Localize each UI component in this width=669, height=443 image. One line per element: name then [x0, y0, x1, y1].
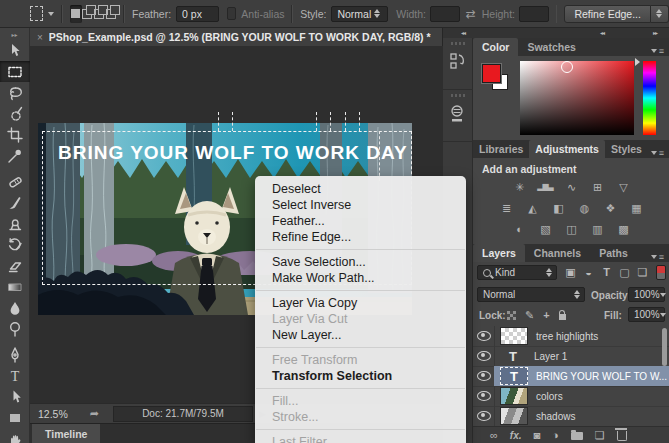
adjustment-layer-icon[interactable]: ◑: [552, 427, 559, 443]
layer-row-colors[interactable]: colors: [473, 386, 669, 407]
tool-preset-caret[interactable]: [48, 12, 54, 16]
tab-libraries[interactable]: Libraries: [473, 140, 529, 158]
layer-effects-icon[interactable]: fx.: [510, 427, 522, 443]
lock-transparent-pixels-icon[interactable]: [507, 311, 516, 320]
pen-tool[interactable]: [0, 344, 30, 365]
menu-item-transform-selection[interactable]: Transform Selection: [255, 368, 466, 384]
anti-alias-checkbox[interactable]: [227, 7, 236, 20]
visibility-cell[interactable]: [473, 386, 495, 406]
tab-styles[interactable]: Styles: [605, 140, 648, 158]
exposure-icon[interactable]: ⊞: [589, 180, 605, 194]
lock-all-icon[interactable]: [559, 314, 566, 320]
layers-panel-menu-icon[interactable]: ≡: [651, 252, 669, 262]
quick-selection-tool[interactable]: [0, 103, 30, 124]
tab-layers[interactable]: Layers: [473, 244, 525, 262]
black-and-white-icon[interactable]: ◧: [550, 201, 566, 215]
document-info-field[interactable]: Doc: 21.7M/79.5M: [113, 406, 253, 422]
dodge-tool[interactable]: [0, 318, 30, 339]
color-saturation-field[interactable]: [520, 61, 634, 135]
layer-thumbnail[interactable]: T: [500, 367, 528, 385]
fill-dropdown[interactable]: 100%: [628, 307, 665, 322]
visibility-cell[interactable]: [473, 366, 495, 386]
icon-dock-collapse-icon[interactable]: ◂◂: [461, 29, 465, 36]
rectangle-shape-tool[interactable]: [0, 407, 30, 428]
eraser-tool[interactable]: [0, 255, 30, 276]
color-balance-icon[interactable]: ◭: [524, 201, 540, 215]
menu-item-layer-via-copy[interactable]: Layer Via Copy: [255, 295, 466, 311]
layer-thumbnail[interactable]: [500, 327, 528, 345]
menu-item-select-inverse[interactable]: Select Inverse: [255, 197, 466, 213]
layer-row-shadows[interactable]: shadows: [473, 406, 669, 427]
layer-row-tree-highlights[interactable]: tree highlights: [473, 326, 669, 347]
swap-dimensions-icon[interactable]: ⇄: [466, 7, 476, 21]
menu-item-save-selection[interactable]: Save Selection...: [255, 254, 466, 270]
menu-item-deselect[interactable]: Deselect: [255, 181, 466, 197]
document-tab[interactable]: × PShop_Example.psd @ 12.5% (BRING YOUR …: [30, 28, 443, 46]
tab-timeline[interactable]: Timeline: [32, 424, 100, 443]
crop-tool[interactable]: [0, 124, 30, 145]
properties-panel-button[interactable]: [443, 90, 473, 142]
refine-edge-button[interactable]: Refine Edge...: [564, 5, 651, 23]
hue-spectrum-slider[interactable]: [643, 61, 656, 135]
visibility-cell[interactable]: [473, 326, 495, 346]
menu-item-new-layer[interactable]: New Layer...: [255, 327, 466, 343]
tab-channels[interactable]: Channels: [525, 244, 590, 262]
clone-stamp-tool[interactable]: [0, 213, 30, 234]
gradient-tool[interactable]: [0, 276, 30, 297]
layers-scrollbar[interactable]: [662, 328, 667, 366]
add-to-selection-mode-button[interactable]: [82, 5, 94, 23]
lock-image-pixels-icon[interactable]: ✎: [525, 309, 534, 322]
layer-thumbnail[interactable]: [500, 407, 528, 425]
layer-filter-kind-dropdown[interactable]: Kind: [477, 265, 557, 280]
curves-icon[interactable]: ∿: [563, 180, 579, 194]
horizontal-type-tool[interactable]: T: [0, 365, 30, 386]
eyedropper-tool[interactable]: [0, 145, 30, 166]
color-lookup-icon[interactable]: ▦: [628, 201, 644, 215]
menu-item-feather[interactable]: Feather...: [255, 213, 466, 229]
tab-paths[interactable]: Paths: [590, 244, 637, 262]
dock-collapse-left-icon[interactable]: ◂◂: [600, 29, 604, 36]
feather-input[interactable]: 0 px: [176, 6, 219, 22]
filter-smart-objects-icon[interactable]: ❏: [635, 266, 650, 279]
layer-row-layer-1[interactable]: T Layer 1: [473, 346, 669, 367]
layer-row-bring-your-wolf[interactable]: T BRING YOUR WOLF TO W...: [473, 366, 669, 387]
toolbar-collapse-icon[interactable]: ▸▸: [0, 28, 29, 40]
layer-filter-toggle[interactable]: [656, 265, 666, 280]
threshold-icon[interactable]: ◫: [563, 222, 579, 236]
selective-color-icon[interactable]: ▩: [615, 222, 631, 236]
width-input[interactable]: [430, 6, 460, 22]
filter-adjustment-layers-icon[interactable]: ◒: [581, 266, 596, 279]
photo-filter-icon[interactable]: ◍: [576, 201, 592, 215]
color-panel-menu-icon[interactable]: ≡: [651, 46, 669, 56]
menu-item-make-work-path[interactable]: Make Work Path...: [255, 270, 466, 286]
adjustments-panel-menu-icon[interactable]: ≡: [651, 148, 669, 158]
style-dropdown[interactable]: Normal: [331, 6, 388, 22]
zoom-level-field[interactable]: 12.5%: [38, 408, 68, 420]
brush-tool[interactable]: [0, 192, 30, 213]
opacity-dropdown[interactable]: 100%: [628, 287, 665, 302]
posterize-icon[interactable]: ▧: [537, 222, 553, 236]
levels-icon[interactable]: ▂▆▃: [537, 180, 553, 194]
new-layer-icon[interactable]: ❏: [595, 427, 605, 443]
filter-pixel-layers-icon[interactable]: ▣: [563, 266, 578, 279]
rectangular-marquee-tool[interactable]: [0, 61, 30, 82]
new-group-icon[interactable]: [571, 432, 583, 440]
tab-swatches[interactable]: Swatches: [518, 38, 584, 56]
vibrance-icon[interactable]: ▽: [615, 180, 631, 194]
blur-tool[interactable]: [0, 297, 30, 318]
refine-edge-caret[interactable]: [651, 5, 669, 23]
history-panel-button[interactable]: [443, 38, 473, 90]
channel-mixer-icon[interactable]: ❖: [602, 201, 618, 215]
link-layers-icon[interactable]: ∞: [490, 427, 498, 443]
hue-saturation-icon[interactable]: ≣: [498, 201, 514, 215]
path-selection-tool[interactable]: [0, 386, 30, 407]
lasso-tool[interactable]: [0, 82, 30, 103]
blend-mode-dropdown[interactable]: Normal: [477, 287, 585, 302]
layer-thumbnail[interactable]: [500, 387, 528, 405]
brightness-contrast-icon[interactable]: ✳: [511, 180, 527, 194]
filter-shape-layers-icon[interactable]: ▢: [617, 266, 632, 279]
spot-healing-brush-tool[interactable]: [0, 171, 30, 192]
visibility-cell[interactable]: [473, 406, 495, 426]
filter-type-layers-icon[interactable]: T: [599, 266, 614, 279]
dock-collapse-right-icon[interactable]: ▸▸: [653, 29, 657, 36]
